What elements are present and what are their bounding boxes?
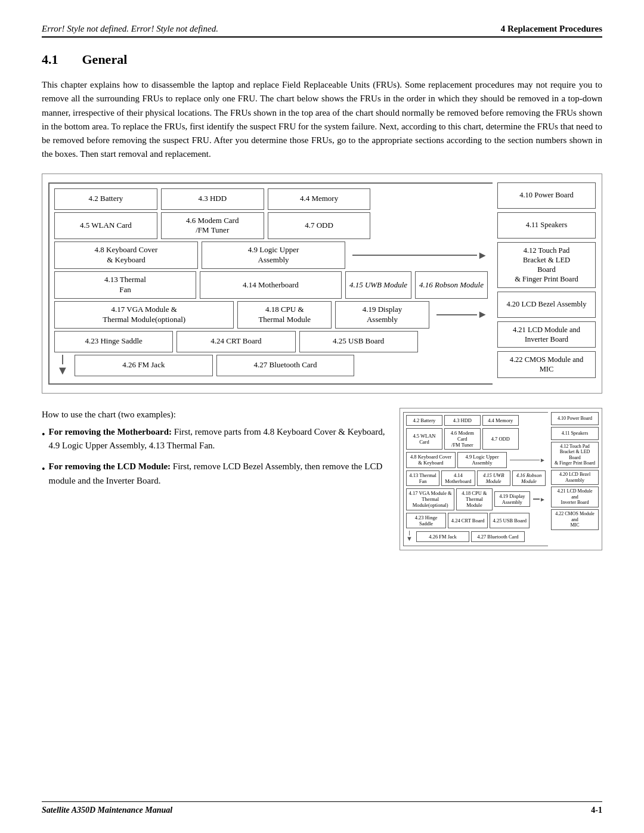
fru-box-cpu: 4.18 CPU &Thermal Module <box>237 301 332 329</box>
bullet-2-content: For removing the LCD Module: First, remo… <box>49 460 385 488</box>
fru-chart-small: 4.2 Battery 4.3 HDD 4.4 Memory 4.5 WLAN … <box>400 408 602 550</box>
fru-box-logic-upper: 4.9 Logic UpperAssembly <box>202 241 345 269</box>
header-left: Error! Style not defined. Error! Style n… <box>42 24 218 34</box>
small-speakers: 4.11 Speakers <box>551 427 599 440</box>
fru-box-usb: 4.25 USB Board <box>299 331 418 352</box>
examples-section: How to use the chart (two examples): • F… <box>42 408 602 550</box>
small-fm: 4.26 FM Jack <box>416 531 469 542</box>
fru-right-section: 4.10 Power Board 4.11 Speakers 4.12 Touc… <box>497 182 596 385</box>
bullet-1-content: For removing the Motherboard: First, rem… <box>49 425 385 453</box>
fru-small-right: 4.10 Power Board 4.11 Speakers 4.12 Touc… <box>551 412 599 546</box>
fru-row-1: 4.2 Battery 4.3 HDD 4.4 Memory <box>54 188 488 210</box>
small-memory: 4.4 Memory <box>482 415 519 426</box>
footer-page: 4-1 <box>591 806 602 815</box>
fru-box-lcd-module: 4.21 LCD Module andInverter Board <box>497 321 596 348</box>
small-keyboard: 4.8 Keyboard Cover& Keyboard <box>406 452 456 467</box>
fru-box-hdd: 4.3 HDD <box>161 188 264 210</box>
small-row-2: 4.5 WLAN Card 4.6 Modem Card/FM Tuner 4.… <box>406 428 546 450</box>
small-display: 4.19 DisplayAssembly <box>494 491 530 507</box>
fru-box-hinge: 4.23 Hinge Saddle <box>54 331 173 352</box>
small-uwb: 4.15 UWB Module <box>477 470 510 486</box>
small-hdd: 4.3 HDD <box>444 415 481 426</box>
small-cmos: 4.22 CMOS Module andMIC <box>551 509 599 530</box>
small-modem: 4.6 Modem Card/FM Tuner <box>444 428 481 450</box>
fru-row-7: ▼ 4.26 FM Jack 4.27 Bluetooth Card <box>54 355 488 376</box>
examples-intro: How to use the chart (two examples): <box>42 408 385 422</box>
bullet-item-1: • For removing the Motherboard: First, r… <box>42 425 385 453</box>
small-hinge: 4.23 Hinge Saddle <box>406 513 446 528</box>
small-usb: 4.25 USB Board <box>490 513 530 528</box>
fru-box-modem: 4.6 Modem Card/FM Tuner <box>161 212 264 240</box>
bullet-item-2: • For removing the LCD Module: First, re… <box>42 460 385 488</box>
fru-box-keyboard-cover: 4.8 Keyboard Cover& Keyboard <box>54 241 198 269</box>
header-right: 4 Replacement Procedures <box>501 24 602 34</box>
small-lcd-bezel: 4.20 LCD Bezel Assembly <box>551 470 599 485</box>
small-cpu: 4.18 CPU &Thermal Module <box>456 488 492 510</box>
small-battery: 4.2 Battery <box>406 415 442 426</box>
small-power: 4.10 Power Board <box>551 412 599 425</box>
small-row-3: 4.8 Keyboard Cover& Keyboard 4.9 Logic U… <box>406 452 546 467</box>
bullet-dot-2: • <box>42 462 45 477</box>
examples-text: How to use the chart (two examples): • F… <box>42 408 385 550</box>
fru-box-wlan: 4.5 WLAN Card <box>54 212 157 240</box>
small-vga: 4.17 VGA Module &Thermal Module(optional… <box>406 488 454 510</box>
small-row-1: 4.2 Battery 4.3 HDD 4.4 Memory <box>406 415 546 426</box>
section-name: General <box>82 52 128 67</box>
small-thermal: 4.13 ThermalFan <box>406 470 439 486</box>
fru-small-container: 4.2 Battery 4.3 HDD 4.4 Memory 4.5 WLAN … <box>400 408 602 550</box>
fru-box-memory: 4.4 Memory <box>268 188 371 210</box>
section-number: 4.1 <box>42 52 58 67</box>
small-motherboard: 4.14 Motherboard <box>441 470 475 486</box>
fru-chart: 4.2 Battery 4.3 HDD 4.4 Memory 4.5 WLAN … <box>42 174 602 394</box>
fru-box-bluetooth: 4.27 Bluetooth Card <box>216 355 355 376</box>
page-footer: Satellite A350D Maintenance Manual 4-1 <box>42 801 602 815</box>
bullet-2-title: For removing the LCD Module: <box>49 462 171 471</box>
fru-small-left: 4.2 Battery 4.3 HDD 4.4 Memory 4.5 WLAN … <box>403 412 548 546</box>
bullet-1-title: For removing the Motherboard: <box>49 427 172 436</box>
fru-box-crt: 4.24 CRT Board <box>177 331 295 352</box>
small-bluetooth: 4.27 Bluetooth Card <box>471 531 524 542</box>
small-wlan: 4.5 WLAN Card <box>406 428 442 450</box>
fru-row-3: 4.8 Keyboard Cover& Keyboard 4.9 Logic U… <box>54 241 488 269</box>
fru-left-section: 4.2 Battery 4.3 HDD 4.4 Memory 4.5 WLAN … <box>48 182 493 385</box>
bullet-dot-1: • <box>42 428 45 442</box>
small-row-7: ▼ 4.26 FM Jack 4.27 Bluetooth Card <box>406 531 546 542</box>
fru-box-motherboard: 4.14 Motherboard <box>200 271 342 299</box>
footer-title: Satellite A350D Maintenance Manual <box>42 806 172 815</box>
body-paragraph: This chapter explains how to disassemble… <box>42 78 602 162</box>
fru-box-vga: 4.17 VGA Module &Thermal Module(optional… <box>54 301 234 329</box>
small-row-6: 4.23 Hinge Saddle 4.24 CRT Board 4.25 US… <box>406 513 546 528</box>
fru-box-robson: 4.16 Robson Module <box>415 271 488 299</box>
small-odd: 4.7 ODD <box>482 428 519 450</box>
fru-box-thermal-fan: 4.13 ThermalFan <box>54 271 196 299</box>
fru-row-5: 4.17 VGA Module &Thermal Module(optional… <box>54 301 488 329</box>
fru-box-battery: 4.2 Battery <box>54 188 157 210</box>
small-touchpad: 4.12 Touch PadBracket & LEDBoard& Finger… <box>551 442 599 468</box>
small-logic: 4.9 Logic UpperAssembly <box>457 452 507 467</box>
fru-box-display: 4.19 DisplayAssembly <box>335 301 429 329</box>
fru-box-power-board: 4.10 Power Board <box>497 182 596 209</box>
fru-box-cmos: 4.22 CMOS Module andMIC <box>497 351 596 378</box>
fru-row-6: 4.23 Hinge Saddle 4.24 CRT Board 4.25 US… <box>54 331 488 352</box>
fru-box-speakers: 4.11 Speakers <box>497 212 596 239</box>
fru-box-odd: 4.7 ODD <box>268 212 371 240</box>
small-robson: 4.16 Robson Module <box>512 470 546 486</box>
bullet-list: • For removing the Motherboard: First, r… <box>42 425 385 488</box>
fru-box-lcd-bezel: 4.20 LCD Bezel Assembly <box>497 292 596 318</box>
fru-box-fm-jack: 4.26 FM Jack <box>75 355 213 376</box>
page-header: Error! Style not defined. Error! Style n… <box>42 24 602 38</box>
small-lcd-module: 4.21 LCD Module andInverter Board <box>551 487 599 507</box>
section-title: 4.1General <box>42 52 602 67</box>
fru-row-2: 4.5 WLAN Card 4.6 Modem Card/FM Tuner 4.… <box>54 212 488 240</box>
small-row-5: 4.17 VGA Module &Thermal Module(optional… <box>406 488 546 510</box>
small-crt: 4.24 CRT Board <box>448 513 488 528</box>
fru-row-4: 4.13 ThermalFan 4.14 Motherboard 4.15 UW… <box>54 271 488 299</box>
small-row-4: 4.13 ThermalFan 4.14 Motherboard 4.15 UW… <box>406 470 546 486</box>
fru-box-uwb: 4.15 UWB Module <box>345 271 411 299</box>
fru-box-touchpad: 4.12 Touch PadBracket & LEDBoard& Finger… <box>497 242 596 288</box>
